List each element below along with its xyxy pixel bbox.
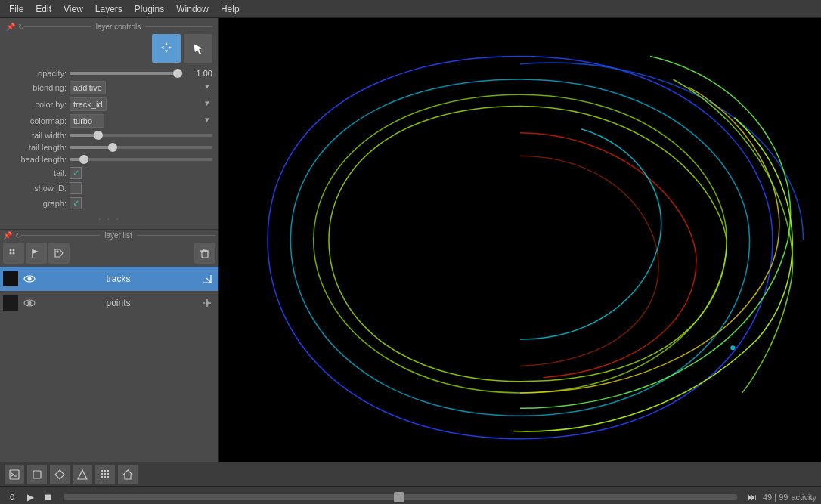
head-length-label: head length:: [6, 155, 67, 164]
tail-length-slider[interactable]: [70, 146, 212, 149]
svg-rect-29: [104, 470, 106, 472]
left-panel: 📌 ↻ layer controls: [0, 18, 219, 462]
select-layer-btn[interactable]: [3, 243, 24, 264]
svg-marker-5: [33, 249, 39, 254]
points-layer-name: points: [41, 298, 196, 308]
svg-point-19: [206, 305, 208, 307]
svg-rect-8: [202, 251, 208, 258]
points-mode-icon: [202, 298, 212, 308]
refresh-icon: ↻: [18, 23, 24, 31]
canvas-area[interactable]: [219, 18, 821, 462]
triangle-icon: [77, 469, 88, 480]
diamond-tool-btn[interactable]: [50, 465, 70, 484]
square-tool-btn[interactable]: [27, 465, 47, 484]
svg-rect-31: [101, 473, 103, 475]
svg-rect-36: [107, 476, 109, 478]
skip-end-button[interactable]: ⏭: [745, 490, 760, 505]
stop-button[interactable]: ⏹: [41, 490, 56, 505]
colormap-select[interactable]: turbo viridis plasma: [70, 114, 104, 128]
menu-layers[interactable]: Layers: [89, 2, 129, 16]
drag-handle[interactable]: · · ·: [3, 211, 215, 226]
svg-point-22: [730, 345, 735, 350]
svg-point-2: [13, 249, 15, 252]
points-color-box: [3, 295, 18, 311]
opacity-slider[interactable]: [70, 72, 183, 75]
color-by-select[interactable]: track_id speed length: [70, 97, 107, 111]
select-tool-button[interactable]: [184, 34, 212, 63]
tail-checkbox[interactable]: [70, 167, 82, 179]
color-by-row: color by: track_id speed length: [3, 96, 215, 113]
tracks-visibility-btn[interactable]: [21, 271, 38, 287]
tracks-mode-btn[interactable]: [199, 271, 215, 287]
graph-checkbox[interactable]: [70, 197, 82, 209]
svg-point-16: [203, 302, 205, 304]
tracks-layer-name: tracks: [41, 274, 196, 284]
list-refresh-icon: ↻: [15, 231, 21, 240]
menubar: File Edit View Layers Plugins Window Hel…: [0, 0, 821, 18]
colormap-label: colormap:: [6, 116, 67, 125]
layer-controls-section: 📌 ↻ layer controls: [0, 18, 218, 230]
menu-window[interactable]: Window: [170, 2, 215, 16]
graph-label: graph:: [6, 199, 67, 208]
head-length-slider[interactable]: [70, 158, 212, 161]
opacity-value: 1.00: [186, 69, 212, 78]
triangle-tool-btn[interactable]: [73, 465, 92, 484]
blending-label: blending:: [6, 83, 67, 92]
graph-row: graph:: [3, 196, 215, 211]
layer-controls-toolbar: [3, 31, 215, 67]
console-btn[interactable]: [5, 465, 24, 484]
points-layer-item[interactable]: points: [0, 291, 218, 315]
list-toolbar: [0, 240, 218, 267]
move-icon: [159, 41, 174, 56]
svg-marker-27: [78, 470, 87, 479]
menu-help[interactable]: Help: [215, 2, 246, 16]
tracks-color-box: [3, 271, 18, 286]
opacity-row: opacity: 1.00: [3, 67, 215, 79]
menu-view[interactable]: View: [57, 2, 89, 16]
activity-label: activity: [791, 493, 816, 502]
svg-point-15: [206, 301, 209, 305]
show-id-row: show ID:: [3, 181, 215, 196]
blending-row: blending: additive normal multiply: [3, 79, 215, 96]
timeline-track[interactable]: [64, 494, 737, 500]
svg-point-17: [209, 302, 211, 304]
svg-marker-0: [161, 42, 172, 53]
grid-tool-btn[interactable]: [95, 465, 115, 484]
svg-rect-25: [33, 471, 41, 478]
square-icon: [32, 469, 42, 480]
menu-edit[interactable]: Edit: [29, 2, 57, 16]
tail-length-label: tail length:: [6, 143, 67, 152]
svg-marker-37: [123, 470, 132, 479]
menu-plugins[interactable]: Plugins: [129, 2, 170, 16]
tail-length-row: tail length:: [3, 141, 215, 153]
eye-icon: [23, 274, 36, 283]
bottom-toolbar: [0, 462, 821, 486]
frame-range: 49 | 99: [763, 493, 788, 502]
blending-select[interactable]: additive normal multiply: [70, 81, 106, 94]
tail-width-label: tail width:: [6, 131, 67, 140]
tracks-mode-icon: [202, 274, 212, 284]
color-by-label: color by:: [6, 100, 67, 109]
list-pin-icon: 📌: [3, 231, 12, 240]
move-tool-button[interactable]: [152, 34, 181, 63]
home-tool-btn[interactable]: [118, 465, 138, 484]
colormap-row: colormap: turbo viridis plasma: [3, 113, 215, 129]
timeline-thumb[interactable]: [394, 492, 404, 502]
opacity-label: opacity:: [6, 69, 67, 78]
points-visibility-btn[interactable]: [21, 295, 38, 311]
points-mode-btn[interactable]: [199, 295, 215, 311]
tail-width-slider[interactable]: [70, 134, 212, 137]
menu-file[interactable]: File: [3, 2, 29, 16]
svg-marker-26: [55, 470, 64, 479]
flag-layer-btn[interactable]: [26, 243, 47, 264]
tag-layer-btn[interactable]: [48, 243, 70, 264]
play-button[interactable]: ▶: [23, 490, 38, 505]
start-frame: 0: [5, 493, 20, 502]
visualization-canvas: [219, 18, 821, 462]
svg-rect-10: [203, 249, 206, 251]
show-id-checkbox[interactable]: [70, 182, 82, 194]
tracks-layer-item[interactable]: tracks: [0, 267, 218, 291]
delete-layer-btn[interactable]: [194, 243, 215, 264]
tail-label: tail:: [6, 169, 67, 178]
playback-bar: 0 ▶ ⏹ ⏭ 49 | 99 activity: [0, 486, 821, 504]
